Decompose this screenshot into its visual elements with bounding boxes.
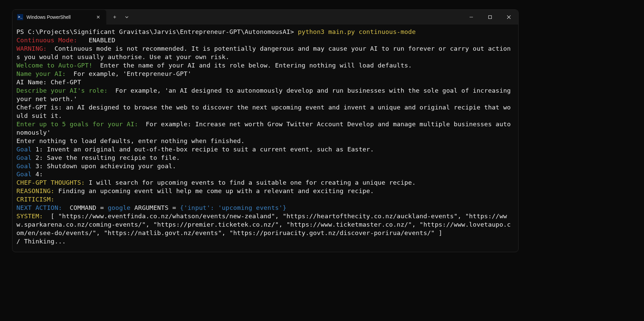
next-action-args-label: ARGUMENTS = bbox=[130, 204, 180, 211]
maximize-button[interactable] bbox=[481, 10, 499, 25]
chef-gpt-description: Chef-GPT is: an AI designed to browse th… bbox=[16, 104, 511, 119]
maximize-icon bbox=[488, 15, 492, 19]
new-tab-button[interactable]: + bbox=[110, 12, 120, 22]
warning-label: WARNING: bbox=[16, 45, 51, 52]
close-window-button[interactable] bbox=[499, 10, 518, 25]
continuous-mode-label: Continuous Mode: bbox=[16, 37, 81, 44]
window-controls bbox=[462, 10, 518, 25]
next-action-command-label: COMMAND = bbox=[66, 204, 108, 211]
goal-1-label: Goal bbox=[16, 146, 32, 153]
welcome-label: Welcome to Auto-GPT! bbox=[16, 62, 96, 69]
next-action-args: {'input': 'upcoming events'} bbox=[180, 204, 286, 211]
tab-actions: + bbox=[106, 10, 132, 25]
name-ai-label: Name your AI: bbox=[16, 70, 70, 77]
describe-role-label: Describe your AI's role: bbox=[16, 87, 111, 94]
goals-label: Enter up to 5 goals for your AI: bbox=[16, 121, 142, 128]
titlebar: >_ Windows PowerShell ✕ + bbox=[12, 10, 518, 25]
svg-rect-1 bbox=[489, 16, 492, 19]
criticism-label: CRITICISM: bbox=[16, 196, 54, 203]
close-icon bbox=[507, 15, 511, 19]
ai-name-line: AI Name: Chef-GPT bbox=[16, 79, 81, 86]
thoughts-label: CHEF-GPT THOUGHTS: bbox=[16, 179, 85, 186]
thoughts-text: I will search for upcoming events to fin… bbox=[85, 179, 416, 186]
terminal-output[interactable]: PS C:\Projects\Significant Gravitas\Jarv… bbox=[12, 25, 518, 252]
command-input: python3 main.py continuous-mode bbox=[294, 28, 416, 35]
prompt-path: PS C:\Projects\Significant Gravitas\Jarv… bbox=[16, 28, 294, 35]
tab-close-button[interactable]: ✕ bbox=[95, 14, 102, 20]
minimize-button[interactable] bbox=[462, 10, 481, 25]
next-action-label: NEXT ACTION: bbox=[16, 204, 66, 211]
reasoning-text: Finding an upcoming event will help me c… bbox=[54, 187, 374, 194]
tab-powershell[interactable]: >_ Windows PowerShell ✕ bbox=[12, 10, 106, 25]
thinking-spinner: / Thinking... bbox=[16, 238, 66, 245]
goal-2-label: Goal bbox=[16, 154, 32, 161]
reasoning-label: REASONING: bbox=[16, 187, 54, 194]
powershell-icon: >_ bbox=[17, 14, 23, 20]
goal-4-label: Goal bbox=[16, 171, 32, 178]
next-action-command: google bbox=[108, 204, 130, 211]
terminal-window: >_ Windows PowerShell ✕ + PS C:\Projects… bbox=[12, 9, 519, 252]
system-label: SYSTEM: bbox=[16, 213, 47, 220]
goal-1-text: 1: Invent an original and out-of-the-box… bbox=[32, 146, 374, 153]
welcome-text: Enter the name of your AI and its role b… bbox=[96, 62, 412, 69]
chevron-down-icon bbox=[125, 15, 129, 19]
tab-title: Windows PowerShell bbox=[26, 14, 92, 20]
warning-text: Continuous mode is not recommended. It i… bbox=[16, 45, 511, 60]
system-output: [ "https://www.eventfinda.co.nz/whatson/… bbox=[16, 213, 511, 236]
continuous-mode-value: ENABLED bbox=[81, 37, 115, 44]
goal-4-text: 4: bbox=[32, 171, 43, 178]
goal-2-text: 2: Save the resulting recipie to file. bbox=[32, 154, 180, 161]
minimize-icon bbox=[469, 15, 473, 19]
goal-3-text: 3: Shutdown upon achieving your goal. bbox=[32, 163, 176, 170]
goals-hint: Enter nothing to load defaults, enter no… bbox=[16, 137, 245, 144]
goal-3-label: Goal bbox=[16, 163, 32, 170]
name-ai-example: For example, 'Entrepreneur-GPT' bbox=[70, 70, 192, 77]
tab-dropdown-button[interactable] bbox=[122, 12, 132, 22]
